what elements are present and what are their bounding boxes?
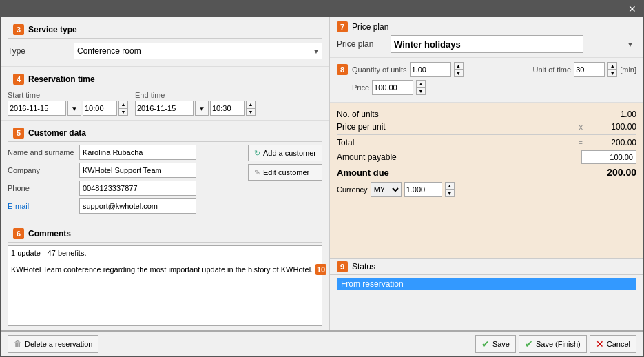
start-date-input[interactable]: [8, 101, 66, 116]
save-finish-button[interactable]: ✔ Save (Finish): [519, 335, 587, 353]
end-time-up-button[interactable]: ▲: [246, 101, 256, 108]
price-per-unit-label: Price per unit: [337, 122, 386, 132]
no-of-units-row: No. of units 1.00: [337, 108, 636, 121]
multiply-symbol: x: [579, 123, 583, 131]
end-date-calendar-button[interactable]: ▼: [195, 101, 209, 116]
price-input[interactable]: [372, 80, 413, 95]
add-customer-button[interactable]: ↻ Add a customer: [248, 145, 322, 161]
status-section: 9 Status From reservation: [330, 258, 643, 330]
right-panel: 7 Price plan Price plan Winter holidays …: [330, 17, 643, 330]
qty-group: Quantity of units ▲ ▼: [352, 62, 464, 77]
qty-down-button[interactable]: ▼: [454, 70, 464, 77]
no-of-units-label: No. of units: [337, 110, 379, 119]
refresh-icon: ↻: [254, 149, 260, 158]
exchange-rate-down-button[interactable]: ▼: [445, 190, 455, 197]
type-select-wrapper: Conference room Meeting room Banquet hal…: [74, 43, 322, 59]
save-finish-checkmark-icon: ✔: [525, 338, 533, 349]
amount-payable-label: Amount payable: [337, 152, 397, 162]
email-input[interactable]: [79, 198, 196, 214]
customer-title: Customer data: [28, 128, 86, 138]
exchange-rate-up-button[interactable]: ▲: [445, 182, 455, 190]
amount-due-label: Amount due: [337, 167, 389, 178]
exchange-rate-spinner: ▲ ▼: [445, 182, 455, 197]
amount-due-row: Amount due 200.00: [337, 165, 636, 179]
start-time-input[interactable]: [83, 101, 117, 116]
total-value: 200.00: [588, 138, 636, 147]
save-button[interactable]: ✔ Save: [475, 335, 516, 353]
save-checkmark-icon: ✔: [481, 338, 490, 349]
amount-due-value: 200.00: [588, 167, 636, 178]
end-date-input[interactable]: [135, 101, 194, 116]
edit-customer-button[interactable]: ✎ Edit customer: [248, 164, 322, 181]
content-area: 3 Service type Type Conference room Meet…: [1, 17, 643, 330]
unit-time-up-button[interactable]: ▲: [607, 62, 617, 70]
service-type-title: Service type: [28, 25, 77, 34]
end-time-down-button[interactable]: ▼: [246, 108, 256, 116]
equals-symbol: =: [579, 139, 583, 147]
section-num-9: 9: [337, 261, 348, 272]
price-up-button[interactable]: ▲: [416, 80, 426, 88]
start-time-up-button[interactable]: ▲: [118, 101, 128, 108]
start-time-spinner: ▲ ▼: [118, 101, 128, 116]
exchange-rate-input[interactable]: [404, 182, 442, 197]
start-time-down-button[interactable]: ▼: [118, 108, 128, 116]
end-time-label: End time: [135, 91, 256, 99]
unit-time-label: Unit of time: [533, 65, 572, 74]
cancel-button[interactable]: ✕ Cancel: [590, 335, 636, 353]
qty-spinner: ▲ ▼: [454, 62, 464, 77]
delete-reservation-button[interactable]: 🗑 Delete a reservation: [8, 335, 98, 353]
summary-section: No. of units 1.00 Price per unit x 100.0…: [330, 103, 643, 258]
price-down-button[interactable]: ▼: [416, 88, 426, 95]
start-time-group: Start time ▼ ▲ ▼: [8, 91, 128, 116]
service-type-section: 3 Service type Type Conference room Meet…: [1, 17, 329, 67]
section-num-6: 6: [13, 228, 24, 239]
end-time-group: End time ▼ ▲ ▼: [135, 91, 256, 116]
currency-row: Currency MY EUR USD ▲ ▼: [337, 179, 636, 200]
customer-header: 5 Customer data: [8, 125, 322, 142]
qty-label: Quantity of units: [352, 65, 407, 74]
price-plan-label: Price plan: [337, 39, 385, 49]
left-panel: 3 Service type Type Conference room Meet…: [1, 17, 330, 330]
comments-header: 6 Comments: [8, 225, 322, 243]
status-title: Status: [352, 262, 375, 272]
section-num-7: 7: [337, 21, 348, 32]
price-row: Price ▲ ▼: [352, 80, 636, 95]
price-per-unit-row: Price per unit x 100.00: [337, 121, 636, 133]
customer-buttons: ↻ Add a customer ✎ Edit customer: [248, 145, 322, 216]
price-plan-section: Price plan Winter holidays Standard Summ…: [330, 32, 643, 57]
type-select[interactable]: Conference room Meeting room Banquet hal…: [74, 43, 322, 59]
phone-input[interactable]: [79, 181, 196, 196]
name-input[interactable]: [79, 145, 196, 160]
reservation-title: Reservation time: [28, 74, 95, 84]
unit-time-group: Unit of time ▲ ▼ [min]: [533, 62, 636, 77]
status-list: From reservation: [330, 275, 643, 330]
unit-time-down-button[interactable]: ▼: [607, 70, 617, 77]
amount-payable-row: Amount payable: [337, 149, 636, 165]
qty-input[interactable]: [410, 62, 451, 77]
start-date-calendar-button[interactable]: ▼: [67, 101, 81, 116]
unit-time-input[interactable]: [574, 62, 605, 77]
close-button[interactable]: ✕: [625, 3, 639, 14]
edit-icon: ✎: [254, 168, 260, 177]
start-time-label: Start time: [8, 91, 128, 99]
unit-time-spinner: ▲ ▼: [607, 62, 617, 77]
price-plan-select[interactable]: Winter holidays Standard Summer special: [391, 35, 583, 53]
end-time-input[interactable]: [210, 101, 245, 116]
section-num-5: 5: [13, 127, 24, 139]
email-link[interactable]: E-mail: [8, 202, 29, 210]
cancel-x-icon: ✕: [596, 338, 604, 349]
company-input[interactable]: [79, 163, 196, 178]
trash-icon: 🗑: [14, 339, 22, 349]
section-num-3: 3: [13, 24, 24, 35]
section-num-8: 8: [337, 64, 348, 75]
section-num-10: 10: [315, 264, 326, 275]
name-label: Name and surname: [8, 148, 76, 156]
amount-payable-input[interactable]: [581, 150, 636, 164]
comments-textarea[interactable]: 1 update - 47 benefits. KWHotel Team con…: [8, 245, 322, 326]
price-label: Price: [352, 83, 369, 92]
total-label: Total: [337, 138, 354, 147]
no-of-units-value: 1.00: [588, 110, 636, 119]
qty-up-button[interactable]: ▲: [454, 62, 464, 70]
type-label: Type: [8, 46, 70, 56]
currency-select[interactable]: MY EUR USD: [371, 182, 402, 197]
